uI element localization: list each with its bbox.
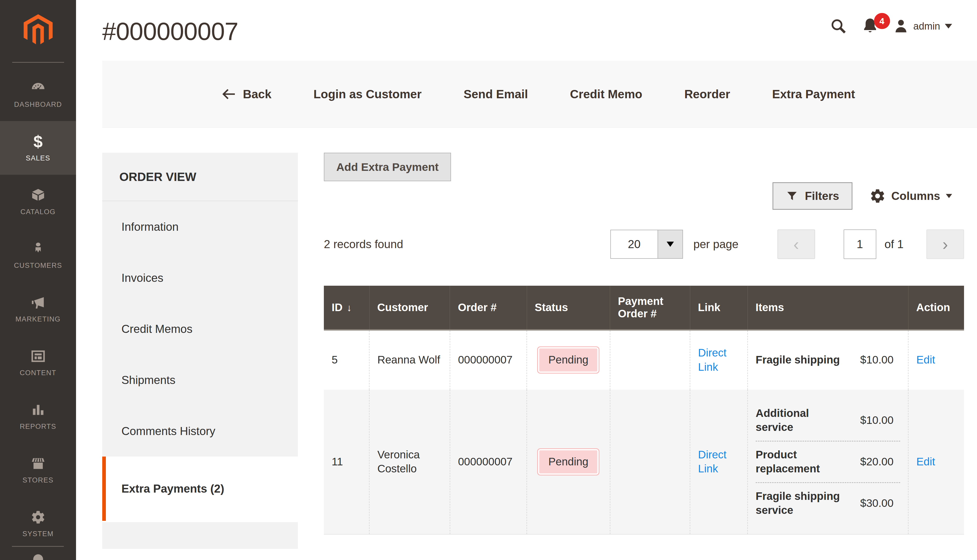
columns-chevron-down-icon [946,194,952,198]
columns-control[interactable]: Columns [870,188,952,204]
add-extra-payment-button[interactable]: Add Extra Payment [324,153,451,181]
main-panel: Add Extra Payment Filters Columns [324,153,977,535]
col-header-status[interactable]: Status [527,286,610,330]
sidebar-item-stores[interactable]: STORES [0,443,76,497]
sidebar-item-label: CONTENT [20,369,56,377]
order-nav-item-invoices[interactable]: Invoices [102,252,298,303]
item-row: Fragile shipping$10.00 [756,353,900,367]
cell-id: 5 [324,330,369,390]
sidebar-item-dashboard[interactable]: DASHBOARD [0,67,76,121]
sidebar-item-label: SALES [26,154,50,162]
sidebar-item-system[interactable]: SYSTEM [0,497,76,550]
cell-payment-order [610,330,690,390]
previous-page-button[interactable]: ‹ [778,230,815,259]
col-header-id[interactable]: ID↓ [324,286,369,330]
col-header-items[interactable]: Items [748,286,908,330]
col-header-order[interactable]: Order # [450,286,527,330]
system-icon [31,509,46,525]
chevron-down-icon [945,24,952,28]
direct-link[interactable]: Direct Link [698,347,726,373]
col-header-customer[interactable]: Customer [369,286,450,330]
search-icon[interactable] [830,18,847,35]
reorder-button[interactable]: Reorder [684,87,730,101]
send-email-button[interactable]: Send Email [464,87,528,101]
status-badge: Pending [537,347,599,373]
sidebar-item-content[interactable]: CONTENT [0,336,76,389]
page: #000000007 4 admin BackLogin as Customer… [76,0,977,560]
items-list: Fragile shipping$10.00 [756,353,900,367]
cell-customer: Veronica Costello [369,390,450,535]
table-row: 11Veronica Costello000000007PendingDirec… [324,390,964,535]
sidebar-divider [12,62,64,63]
edit-link[interactable]: Edit [916,353,935,366]
sidebar: DASHBOARD$SALESCATALOGCUSTOMERSMARKETING… [0,0,76,560]
notification-count-badge[interactable]: 4 [874,13,890,29]
item-name: Fragile shipping service [756,489,849,517]
order-nav-item-shipments[interactable]: Shipments [102,354,298,405]
extra-payment-button[interactable]: Extra Payment [772,87,855,101]
filters-button[interactable]: Filters [773,182,852,210]
sales-icon: $ [33,133,43,150]
admin-user-menu[interactable]: admin [893,18,952,34]
cell-customer: Reanna Wolf [369,330,450,390]
col-header-action[interactable]: Action [908,286,964,330]
page-total-label: of 1 [885,238,903,251]
col-header-payment-order[interactable]: Payment Order # [610,286,690,330]
col-header-label: Customer [377,301,428,313]
sidebar-item-customers[interactable]: CUSTOMERS [0,228,76,282]
direct-link[interactable]: Direct Link [698,448,726,475]
edit-link[interactable]: Edit [916,455,935,468]
sidebar-item-label: DASHBOARD [14,101,62,108]
item-price: $10.00 [860,353,900,367]
header-actions: 4 admin [830,17,952,35]
sidebar-item-marketing[interactable]: MARKETING [0,282,76,336]
next-page-button[interactable]: › [927,230,964,259]
sidebar-item-label: CATALOG [20,208,56,216]
item-price: $20.00 [860,455,900,469]
sidebar-item-reports[interactable]: REPORTS [0,389,76,443]
cell-link: Direct Link [690,390,748,535]
credit-memo-button[interactable]: Credit Memo [570,87,642,101]
marketing-icon [31,295,46,311]
per-page-select[interactable]: 20 [610,230,683,259]
col-header-link[interactable]: Link [690,286,748,330]
order-view-nav: ORDER VIEW InformationInvoicesCredit Mem… [102,153,298,549]
cell-payment-order [610,390,690,535]
notifications-bell[interactable]: 4 [862,17,879,35]
cell-action: Edit [908,330,964,390]
item-name: Additional service [756,406,849,435]
order-nav-item-information[interactable]: Information [102,201,298,252]
col-header-label: Status [535,301,568,313]
order-nav-item-extra-payments-2[interactable]: Extra Payments (2) [102,457,298,521]
content-icon [31,348,46,364]
back-button[interactable]: Back [222,87,271,101]
per-page-label: per page [693,238,738,251]
partners-icon[interactable] [33,554,43,560]
user-icon [893,18,909,34]
sidebar-item-catalog[interactable]: CATALOG [0,175,76,228]
sidebar-item-label: MARKETING [15,315,60,323]
per-page-dropdown-arrow[interactable] [657,230,683,258]
columns-label: Columns [892,190,940,202]
customers-icon [31,241,46,257]
order-nav-item-credit-memos[interactable]: Credit Memos [102,303,298,354]
status-badge: Pending [537,448,599,475]
login-as-customer-button[interactable]: Login as Customer [313,87,422,101]
item-row: Additional service$10.00 [756,400,900,441]
cell-status: Pending [527,330,610,390]
page-number-input[interactable] [844,230,876,259]
col-header-label: Payment Order # [618,295,663,320]
action-button-label: Extra Payment [772,87,855,101]
action-button-label: Back [243,87,271,101]
sidebar-item-sales[interactable]: $SALES [0,121,76,175]
magento-logo[interactable] [0,0,76,46]
cell-items: Fragile shipping$10.00 [748,330,908,390]
admin-username: admin [913,21,940,32]
order-view-title: ORDER VIEW [102,153,298,201]
order-nav-item-comments-history[interactable]: Comments History [102,405,298,457]
cell-order-number: 000000007 [450,390,527,535]
items-list: Additional service$10.00Product replacem… [756,400,900,524]
table-header-row: ID↓CustomerOrder #StatusPayment Order #L… [324,286,964,330]
sidebar-bottom-divider [12,546,64,547]
cell-action: Edit [908,390,964,535]
